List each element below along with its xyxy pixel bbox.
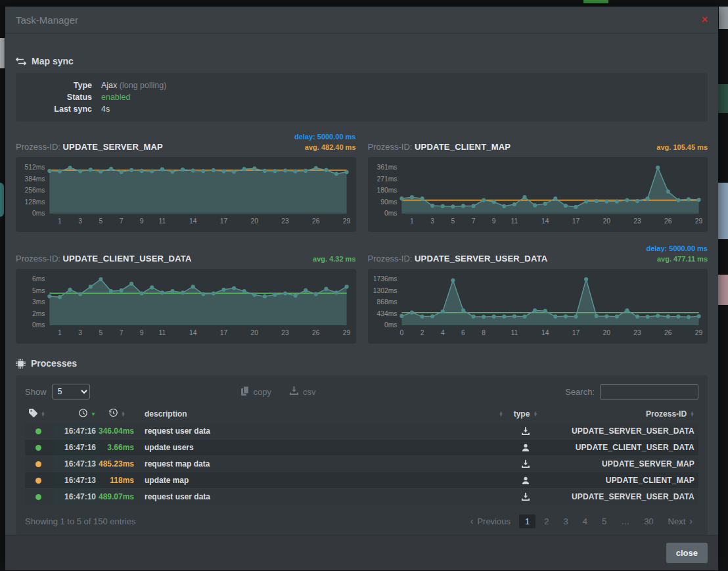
sort-icon: ▲▼ [533,411,537,417]
table-row[interactable]: 16:47:10489.07msrequest user dataUPDATE_… [25,489,698,505]
description-cell: update users [138,440,507,455]
status-dot [35,494,41,500]
table-row[interactable]: 16:47:163.66msupdate usersUPDATE_CLIENT_… [25,440,698,455]
background-fragment [718,183,728,239]
clock-icon [79,409,87,419]
pagination-page-4[interactable]: 4 [577,514,593,528]
svg-text:2: 2 [420,329,424,336]
modal-body: Map sync Type Ajax (long polling) Status… [5,34,718,535]
background-fragment [719,7,728,29]
pagination-page-3[interactable]: 3 [557,514,574,528]
svg-text:361ms: 361ms [376,164,397,171]
chart-delay-stat: delay: 5000.00 ms [646,243,708,254]
table-row[interactable]: 16:47:13485.23msrequest map dataUPDATE_S… [25,456,698,472]
search-input[interactable] [600,384,698,400]
table-row[interactable]: 16:47:16346.04msrequest user dataUPDATE_… [25,423,698,439]
sync-last-value: 4s [101,103,110,115]
svg-text:26: 26 [664,329,672,336]
svg-text:17: 17 [220,217,228,225]
chart-title: Prozess-ID: UPDATE_SERVER_MAP [16,142,163,153]
pagination-previous[interactable]: ‹ Previous [465,514,516,528]
chart-avg-stat: avg. 105.45 ms [656,142,708,152]
sync-status-value: enabled [101,91,131,103]
status-cell [25,472,54,488]
chart-avg-stat: avg. 482.40 ms [294,142,356,152]
exchange-icon [16,57,26,66]
time-cell: 16:47:10 [54,489,100,505]
processes-panel: Show 5 copy [16,375,708,535]
svg-text:29: 29 [343,329,351,336]
chart-svg: 0ms434ms868ms1302ms1736ms024681114172023… [371,273,706,342]
pagination-page-30[interactable]: 30 [638,514,659,528]
close-icon[interactable]: × [702,14,708,25]
chart-update-client-map: 0ms90ms180ms271ms361ms135791114172023262… [368,157,708,232]
sync-type-value: Ajax (long polling) [101,80,166,91]
status-dot [35,445,41,451]
pagination-page-2[interactable]: 2 [538,514,555,528]
table-footer: Showing 1 to 5 of 150 entries ‹ Previous… [25,514,698,528]
description-cell: request user data [138,423,507,439]
col-prozess-id-header[interactable]: Prozess-ID ▲▼ [544,405,698,423]
svg-text:256ms: 256ms [24,187,45,194]
chart-svg: 0ms2ms3ms5ms6ms1357911141720232629 [18,273,353,342]
svg-text:0ms: 0ms [32,321,45,329]
processes-heading-label: Processes [31,358,77,369]
chart-update-client-user-data: 0ms2ms3ms5ms6ms1357911141720232629 [16,269,356,344]
history-icon [109,409,118,419]
table-row[interactable]: 16:47:13118msupdate mapUPDATE_CLIENT_MAP [25,472,698,488]
svg-text:3: 3 [430,217,434,225]
svg-text:5: 5 [451,217,455,225]
description-cell: update map [138,472,507,488]
copy-button[interactable]: copy [241,386,271,398]
task-manager-modal: Task-Manager × Map sync Type Ajax (long … [5,7,718,563]
svg-text:271ms: 271ms [376,175,397,183]
col-type-header[interactable]: type ▲▼ [507,405,544,423]
svg-text:23: 23 [281,329,289,336]
csv-button[interactable]: csv [290,386,316,397]
svg-text:3: 3 [78,329,82,336]
prozess-id-cell: UPDATE_SERVER_USER_DATA [544,423,698,439]
chart-title: Prozess-ID: UPDATE_SERVER_USER_DATA [368,254,548,265]
close-button[interactable]: close [666,543,708,563]
svg-text:1: 1 [410,217,414,225]
pagination-page-5[interactable]: 5 [596,514,612,528]
background-fragment [718,275,728,305]
tag-icon [29,409,37,419]
time-cell: 16:47:16 [54,423,100,439]
svg-text:434ms: 434ms [376,310,397,317]
col-time-header[interactable]: ▼ [54,405,100,423]
svg-text:0ms: 0ms [384,321,397,329]
modal-title: Task-Manager [16,14,78,26]
status-dot [35,461,41,467]
svg-text:23: 23 [633,217,641,225]
duration-cell: 118ms [100,472,138,488]
map-sync-heading-label: Map sync [32,56,74,66]
col-status-header[interactable]: ▲▼ [25,405,54,423]
svg-text:9: 9 [140,217,144,225]
pagination-page-1[interactable]: 1 [519,514,535,528]
download-icon [507,489,544,505]
time-cell: 16:47:16 [54,440,100,455]
svg-text:29: 29 [694,217,702,225]
search-label: Search: [565,387,595,397]
show-label: Show [25,387,47,397]
status-dot [35,428,41,434]
sort-icon: ▲▼ [690,411,694,417]
table-controls: Show 5 copy [25,383,698,400]
svg-text:7: 7 [471,217,475,225]
col-duration-header[interactable]: ▲▼ [100,405,138,423]
page-length-select[interactable]: 5 [52,384,90,400]
sync-type-row: Type Ajax (long polling) [26,80,697,91]
col-description-header[interactable]: description ▲▼ [138,405,507,423]
chip-icon [16,359,26,369]
svg-text:20: 20 [251,217,259,225]
pagination-next[interactable]: Next › [662,514,698,528]
chart-block-update-client-map: Prozess-ID: UPDATE_CLIENT_MAP avg. 105.4… [368,129,708,232]
chart-title: Prozess-ID: UPDATE_CLIENT_MAP [368,142,511,153]
svg-text:1: 1 [58,329,62,336]
svg-text:23: 23 [281,217,289,225]
svg-text:17: 17 [220,329,228,336]
background-fragment [0,38,5,68]
svg-text:14: 14 [189,329,197,336]
sync-last-row: Last sync 4s [26,103,697,115]
